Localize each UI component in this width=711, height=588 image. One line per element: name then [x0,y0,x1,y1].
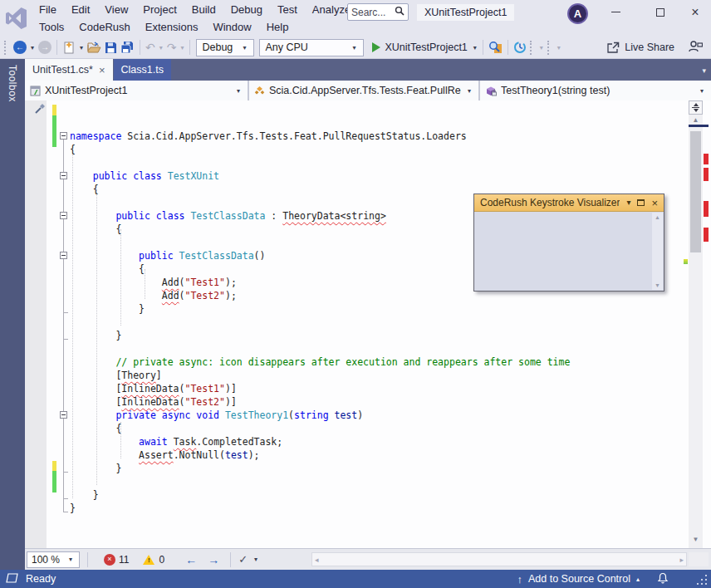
start-debugging-button[interactable]: XUnitTestProject1 ▾ [366,42,478,53]
background-tasks-icon[interactable] [6,573,18,586]
code-line[interactable] [70,342,570,355]
save-all-button[interactable] [119,38,136,56]
open-file-button[interactable] [86,38,103,56]
menu-coderush[interactable]: CodeRush [71,21,137,33]
maximize-button[interactable] [646,2,674,22]
code-line[interactable]: await Task.CompletedTask; [70,435,570,448]
menu-edit[interactable]: Edit [64,3,97,16]
redo-caret[interactable]: ▾ [178,44,186,51]
menu-view[interactable]: View [97,3,135,16]
window-menu-caret-icon[interactable]: ▾ [626,198,630,207]
close-tab-icon[interactable]: × [99,65,105,76]
code-line[interactable] [70,316,570,329]
solution-platform-dropdown[interactable]: Any CPU ▾ [259,39,364,56]
tab-unittest1-cs-[interactable]: UnitTest1.cs*× [25,59,113,81]
menu-extensions[interactable]: Extensions [138,21,206,33]
zoom-level-dropdown[interactable]: 100 % ▾ [27,551,80,568]
code-line[interactable]: public class TestXUnit [70,169,570,183]
keystroke-visualizer-window[interactable]: CodeRush Keystroke Visualizer ▾ × ▲ ▼ [473,194,664,292]
menu-test[interactable]: Test [270,3,305,16]
code-line[interactable]: [InlineData("Test2")] [70,395,570,409]
editor-split-handle[interactable] [689,100,703,115]
code-line[interactable]: } [70,302,570,316]
code-line[interactable] [70,156,570,169]
hscroll-right-icon[interactable]: ▸ [679,556,684,564]
fold-toggle[interactable] [60,172,67,179]
code-cleanup-caret[interactable]: ▾ [252,556,260,563]
close-window-button[interactable]: × [681,2,709,22]
navbar-project-dropdown[interactable]: XUnitTestProject1 ▾ [25,81,249,100]
navigate-backward-button[interactable]: ← [12,38,28,56]
float-window-icon[interactable] [637,199,645,206]
code-line[interactable]: [InlineData("Test1")] [70,382,570,395]
fold-toggle[interactable] [60,411,67,419]
menu-window[interactable]: Window [205,21,258,33]
code-line[interactable]: [Theory] [70,369,570,382]
tab-class1-ts[interactable]: Class1.ts [114,59,171,81]
code-line[interactable]: { [70,422,570,435]
menu-build[interactable]: Build [184,3,223,16]
error-mark[interactable] [704,228,709,242]
navbar-member-dropdown[interactable]: TestTheory1(string test) ▾ [480,81,711,100]
tab-list-caret[interactable]: ▾ [702,66,706,75]
breakpoint-margin[interactable] [25,100,47,548]
new-project-caret[interactable]: ▾ [77,44,86,51]
scrollbar-thumb[interactable] [690,131,701,252]
new-project-button[interactable] [61,38,77,56]
code-text-area[interactable]: namespace Scia.Cid.AppServer.Tfs.Tests.F… [70,103,570,515]
code-line[interactable]: { [70,143,570,156]
toolbox-panel-tab[interactable]: Toolbox [0,59,25,570]
caret-up-icon[interactable]: ▴ [636,576,640,583]
search-input[interactable]: Searc... [351,7,393,18]
code-line[interactable]: Assert.NotNull(test); [70,448,570,462]
toolbar-grip[interactable] [547,41,552,55]
error-count-button[interactable]: × 11 [104,554,129,566]
code-editor[interactable]: namespace Scia.Cid.AppServer.Tfs.Tests.F… [25,100,711,548]
navbar-type-dropdown[interactable]: Scia.Cid.AppServer.Tfs.Tests.Feat.PullRe… [249,81,480,100]
close-icon[interactable]: × [651,198,658,208]
save-button[interactable] [103,38,119,56]
vertical-scrollbar[interactable]: ▲ ▼ [689,100,709,548]
keystroke-visualizer-scrollbar[interactable]: ▲ ▼ [652,213,663,290]
resize-grip[interactable] [696,574,707,585]
next-issue-button[interactable]: → [204,553,223,566]
previous-issue-button[interactable]: ← [182,553,200,566]
warning-count-button[interactable]: ! 0 [143,554,164,566]
undo-caret[interactable]: ▾ [157,44,165,51]
code-line[interactable] [70,475,570,488]
coderush-marker-icon[interactable] [34,103,46,117]
code-line[interactable]: private async void TestTheory1(string te… [70,409,570,422]
error-mark[interactable] [704,201,709,217]
live-share-button[interactable]: Live Share [606,42,674,54]
code-line[interactable]: // private async: icon disappears after … [70,355,570,369]
toolbar-overflow-caret[interactable]: ▾ [537,44,546,51]
code-line[interactable]: } [70,502,570,515]
navigate-forward-button[interactable]: → [37,38,53,56]
code-line[interactable] [70,103,570,116]
performance-profiler-button[interactable] [512,38,528,56]
menu-debug[interactable]: Debug [223,3,270,16]
find-in-files-button[interactable] [487,38,504,56]
solution-configuration-dropdown[interactable]: Debug ▾ [196,39,254,56]
menu-file[interactable]: File [32,3,64,16]
code-line[interactable]: } [70,329,570,342]
code-cleanup-button[interactable]: ✓ [238,553,248,566]
fold-toggle[interactable] [60,252,67,259]
code-line[interactable]: } [70,462,570,475]
search-box[interactable]: Searc... [347,3,409,21]
menu-project[interactable]: Project [135,3,184,16]
scroll-down-icon[interactable]: ▼ [689,536,703,543]
feedback-button[interactable] [688,40,703,55]
menu-tools[interactable]: Tools [32,21,71,33]
notifications-bell-icon[interactable] [657,572,669,586]
fold-toggle[interactable] [60,132,67,140]
fold-toggle[interactable] [60,212,67,219]
hscroll-left-icon[interactable]: ◂ [315,556,319,564]
code-line[interactable] [70,116,570,130]
add-to-source-control-button[interactable]: Add to Source Control [528,573,630,585]
account-avatar[interactable]: A [567,3,588,24]
toolbar-grip[interactable] [4,41,8,55]
redo-button[interactable]: ↷ [165,38,179,56]
scroll-up-icon[interactable]: ▲ [689,116,703,124]
minimize-button[interactable] [601,2,630,22]
